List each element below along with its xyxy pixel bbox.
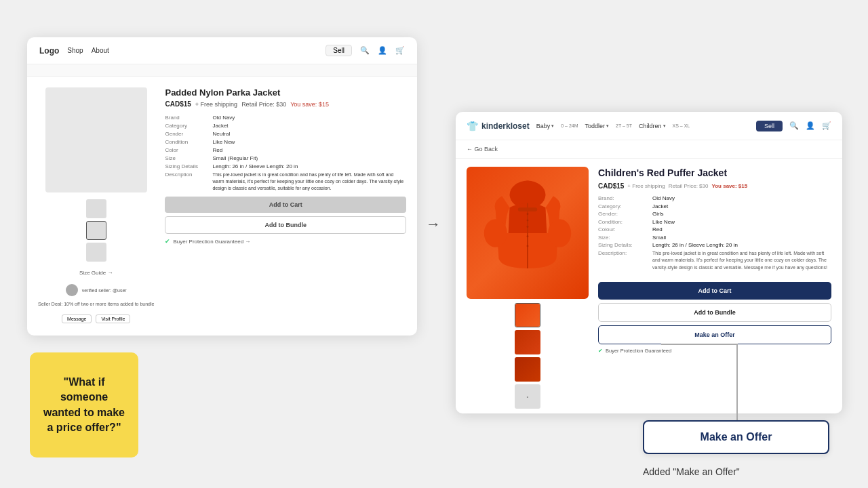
left-spec-sizing-value: Length: 26 in / Sleeve Length: 20 in: [212, 163, 406, 169]
left-thumbnails: [86, 199, 106, 262]
right-navbar: 👕 kinderkloset Baby ▾ 0 – 24M Toddler ▾ …: [456, 112, 842, 140]
left-spec-cat-value: Jacket: [212, 123, 406, 129]
right-thumb-1[interactable]: [515, 303, 540, 327]
left-product-area: Size Guide → verified seller: @user Sell…: [27, 77, 417, 334]
right-spec-table: Brand: Old Navy Category: Jacket Gender:…: [598, 195, 831, 277]
left-navbar: Logo Shop About Sell 🔍 👤 🛒: [27, 37, 417, 64]
right-user-icon[interactable]: 👤: [806, 121, 815, 130]
svg-point-5: [527, 213, 529, 215]
left-nav-shop[interactable]: Shop: [67, 47, 83, 54]
right-brand-logo: 👕 kinderkloset: [467, 121, 530, 131]
right-brand-name: kinderkloset: [481, 121, 530, 131]
right-thumbnails: •: [515, 303, 540, 409]
yellow-callout: "What if someone wanted to make a price …: [30, 352, 138, 458]
right-nav-children[interactable]: Children ▾: [639, 123, 666, 129]
r-spec-brand-val: Old Navy: [652, 195, 831, 201]
left-cart-icon[interactable]: 🛒: [395, 46, 405, 55]
bottom-offer-label: Make an Offer: [701, 431, 772, 443]
right-thumb-3[interactable]: [515, 357, 540, 382]
left-sell-button[interactable]: Sell: [326, 45, 352, 56]
right-buyer-protection: ✔ Buyer Protection Guaranteed: [598, 348, 831, 354]
r-spec-color-val: Red: [652, 226, 831, 232]
toddler-chevron-icon: ▾: [606, 123, 609, 129]
left-seller-buttons: Message Visit Profile: [62, 314, 130, 323]
left-nav-about[interactable]: About: [92, 47, 109, 54]
left-visit-button[interactable]: Visit Profile: [96, 314, 130, 323]
right-cart-icon[interactable]: 🛒: [822, 121, 831, 130]
right-search-icon[interactable]: 🔍: [789, 121, 799, 130]
left-spec-size-value: Small (Regular Fit): [212, 155, 406, 161]
right-product-title: Children's Red Puffer Jacket: [598, 167, 831, 179]
left-image-column: Size Guide → verified seller: @user Sell…: [38, 87, 154, 323]
right-main-image: [467, 167, 589, 299]
right-nav-baby[interactable]: Baby ▾: [536, 123, 555, 129]
left-spec-cond-label: Condition: [165, 139, 212, 145]
left-spec-cond-value: Like New: [212, 139, 406, 145]
r-spec-cond-label: Condition:: [598, 219, 652, 225]
right-price: CAD$15: [598, 182, 624, 190]
left-spec-desc-value: This pre-loved jacket is in great condit…: [212, 171, 406, 191]
left-breadcrumb-strip: [27, 64, 417, 77]
left-add-to-bundle-button[interactable]: Add to Bundle: [165, 216, 406, 234]
left-search-icon[interactable]: 🔍: [360, 46, 370, 55]
r-spec-desc-label: Description:: [598, 250, 652, 277]
left-mockup: Logo Shop About Sell 🔍 👤 🛒 Size Guide → …: [27, 37, 417, 336]
r-spec-size-val: Small: [652, 235, 831, 241]
r-spec-gender-val: Girls: [652, 211, 831, 217]
left-thumb-1[interactable]: [86, 199, 106, 218]
right-save-label: You save: $15: [711, 183, 747, 189]
left-spec-brand-label: Brand: [165, 115, 212, 121]
left-shield-icon: ✔: [165, 238, 170, 245]
callout-text: "What if someone wanted to make a price …: [41, 375, 127, 436]
left-thumb-2[interactable]: [86, 221, 106, 240]
transition-arrow: →: [426, 216, 441, 233]
left-logo: Logo: [39, 46, 59, 56]
right-thumb-2[interactable]: [515, 330, 540, 354]
left-thumb-3[interactable]: [86, 243, 106, 262]
left-more-from-seller: More from seller See More →: [27, 334, 417, 336]
right-image-column: • Size Guide →: [467, 167, 589, 413]
svg-rect-4: [518, 207, 537, 211]
left-spec-cat-label: Category: [165, 123, 212, 129]
left-spec-color-value: Red: [212, 147, 406, 153]
left-size-guide[interactable]: Size Guide →: [79, 270, 113, 276]
left-spec-size-label: Size: [165, 155, 212, 161]
left-seller-deal: Seller Deal: 10% off two or more items a…: [38, 302, 154, 306]
left-save-label: You save: $15: [290, 101, 329, 108]
right-sell-button[interactable]: Sell: [756, 121, 783, 131]
r-spec-gender-label: Gender:: [598, 211, 652, 217]
left-retail-price: Retail Price: $30: [241, 101, 286, 108]
right-add-to-cart-button[interactable]: Add to Cart: [598, 282, 831, 300]
right-product-area: • Size Guide → Children's Red Puffer Jac…: [456, 159, 842, 413]
right-nav-toddler[interactable]: Toddler ▾: [585, 123, 610, 129]
r-spec-desc-val: This pre-loved jacket is in great condit…: [652, 250, 831, 272]
left-message-button[interactable]: Message: [62, 314, 92, 323]
left-main-image: [45, 87, 147, 192]
left-seller-name: verified seller: @user: [82, 288, 127, 293]
r-spec-color-label: Colour:: [598, 226, 652, 232]
right-nav-toddler-sub: 2T – 5T: [616, 123, 632, 128]
left-add-to-cart-button[interactable]: Add to Cart: [165, 197, 406, 213]
right-free-shipping: + Free shipping: [627, 183, 665, 189]
svg-point-8: [527, 235, 529, 237]
connector-line-v: [736, 344, 738, 422]
right-thumb-dot[interactable]: •: [515, 384, 540, 409]
left-spec-sizing-label: Sizing Details: [165, 163, 212, 169]
r-spec-sizing-label: Sizing Details:: [598, 242, 652, 248]
right-back-link[interactable]: ← Go Back: [456, 140, 842, 159]
svg-point-7: [527, 226, 529, 228]
svg-point-3: [548, 219, 571, 247]
added-make-offer-text: Added "Make an Offer": [643, 466, 740, 477]
bottom-make-offer-button[interactable]: Make an Offer: [643, 420, 829, 454]
right-price-row: CAD$15 + Free shipping Retail Price: $30…: [598, 182, 831, 190]
left-price: CAD$15: [165, 100, 191, 108]
baby-chevron-icon: ▾: [551, 123, 554, 129]
left-spec-brand-value: Old Navy: [212, 115, 406, 121]
left-user-icon[interactable]: 👤: [378, 46, 387, 55]
left-seller-avatar: [66, 284, 78, 296]
right-make-offer-button[interactable]: Make an Offer: [598, 325, 831, 344]
left-free-shipping: + Free shipping: [195, 101, 237, 108]
left-spec-gender-value: Neutral: [212, 131, 406, 137]
right-add-to-bundle-button[interactable]: Add to Bundle: [598, 303, 831, 322]
right-nav-baby-sub: 0 – 24M: [561, 123, 578, 128]
